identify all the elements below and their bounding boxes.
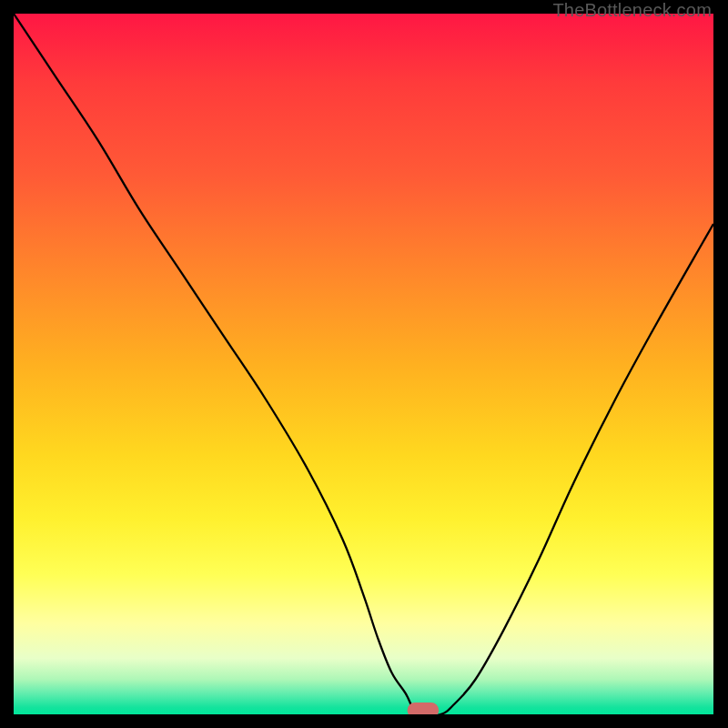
- optimal-point-marker: [408, 703, 440, 714]
- chart-frame: TheBottleneck.com: [0, 0, 728, 728]
- bottleneck-curve-path: [14, 14, 713, 714]
- plot-area: [14, 14, 713, 714]
- chart-svg: [14, 14, 713, 714]
- watermark-text: TheBottleneck.com: [552, 0, 712, 21]
